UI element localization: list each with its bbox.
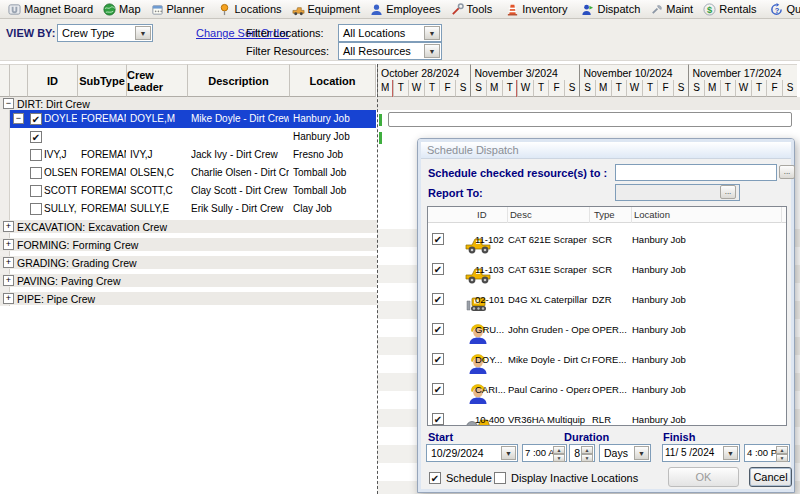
- start-date-select[interactable]: 10/29/2024 ▼: [426, 444, 518, 462]
- expand-icon[interactable]: +: [3, 257, 14, 268]
- week-header[interactable]: November 17/2024: [688, 64, 797, 80]
- day-header[interactable]: S: [688, 80, 704, 97]
- day-header[interactable]: M: [595, 80, 611, 97]
- display-inactive-locations-checkbox[interactable]: [494, 472, 506, 484]
- chevron-down-icon[interactable]: ▼: [424, 44, 440, 58]
- toolbar-item-tools[interactable]: Tools: [446, 1, 498, 18]
- collapse-icon[interactable]: −: [13, 113, 24, 124]
- row-checkbox[interactable]: [30, 185, 42, 197]
- day-header[interactable]: S: [579, 80, 595, 97]
- resource-row[interactable]: ✔GRU...John Gruden - Opera...OPER...Hanb…: [428, 315, 786, 345]
- schedule-to-browse-button[interactable]: ...: [779, 165, 795, 179]
- list-column-header[interactable]: Type: [592, 207, 632, 223]
- grid-column-header[interactable]: Location: [290, 64, 376, 97]
- crew-row[interactable]: OLSEN,CFOREMANOLSEN,CCharlie Olsen - Dir…: [10, 164, 376, 182]
- day-header[interactable]: S: [673, 80, 689, 97]
- cancel-button[interactable]: Cancel: [749, 467, 792, 487]
- week-header[interactable]: November 3/2024: [470, 64, 579, 80]
- chevron-down-icon[interactable]: ▼: [424, 26, 440, 40]
- resource-checkbox[interactable]: ✔: [432, 353, 444, 365]
- day-header[interactable]: M: [377, 80, 393, 97]
- day-header[interactable]: T: [533, 80, 549, 97]
- resource-checkbox[interactable]: ✔: [432, 263, 444, 275]
- row-checkbox[interactable]: [30, 203, 42, 215]
- resource-checkbox[interactable]: ✔: [432, 383, 444, 395]
- grid-column-header[interactable]: Crew Leader: [127, 64, 188, 97]
- crew-row[interactable]: −✔DOYLE,MFOREMANDOYLE,MMike Doyle - Dirt…: [10, 110, 376, 128]
- time-spinner[interactable]: ▲▼: [553, 446, 565, 460]
- resource-row[interactable]: ✔CARI...Paul Carino - Operat...OPER...Ha…: [428, 375, 786, 405]
- day-header[interactable]: T: [424, 80, 440, 97]
- resource-checkbox[interactable]: ✔: [432, 233, 444, 245]
- toolbar-item-quick-help[interactable]: ?Quick Help: [765, 1, 800, 18]
- chevron-down-icon[interactable]: ▼: [634, 446, 649, 460]
- group-row[interactable]: +PAVING: Paving Crew: [0, 274, 377, 287]
- schedule-checkbox[interactable]: ✔: [429, 472, 441, 484]
- schedule-to-input[interactable]: [615, 164, 777, 181]
- group-row[interactable]: +EXCAVATION: Excavation Crew: [0, 220, 377, 233]
- day-header[interactable]: W: [517, 80, 533, 97]
- crew-row[interactable]: SCOTT,CFOREMANSCOTT,CClay Scott - Dirt C…: [10, 182, 376, 200]
- day-header[interactable]: F: [657, 80, 673, 97]
- chevron-down-icon[interactable]: ▼: [501, 446, 516, 460]
- resource-checkbox[interactable]: ✔: [432, 413, 444, 425]
- list-column-header[interactable]: Location: [632, 207, 782, 223]
- group-row[interactable]: −DIRT: Dirt Crew: [0, 97, 800, 110]
- group-row[interactable]: +GRADING: Grading Crew: [0, 256, 377, 269]
- grid-column-header[interactable]: ID: [28, 64, 78, 97]
- view-by-select[interactable]: Crew Type ▼: [57, 24, 153, 42]
- resource-checkbox[interactable]: ✔: [432, 323, 444, 335]
- row-checkbox[interactable]: ✔: [30, 131, 42, 143]
- resource-row[interactable]: ✔11-102CAT 621E Scraper (2...SCRHanbury …: [428, 225, 786, 255]
- day-header[interactable]: W: [626, 80, 642, 97]
- grid-column-header[interactable]: Description: [188, 64, 290, 97]
- expand-icon[interactable]: +: [3, 221, 14, 232]
- filter-resources-select[interactable]: All Resources ▼: [338, 42, 442, 60]
- week-header[interactable]: November 10/2024: [579, 64, 688, 80]
- finish-date-select[interactable]: 11/ 5 /2024 ▼: [662, 444, 740, 462]
- day-header[interactable]: W: [408, 80, 424, 97]
- toolbar-item-planner[interactable]: Planner: [146, 1, 210, 18]
- filter-locations-select[interactable]: All Locations ▼: [338, 24, 442, 42]
- grid-column-header[interactable]: SubType: [78, 64, 127, 97]
- list-column-header[interactable]: ID: [475, 207, 508, 223]
- expand-icon[interactable]: +: [3, 293, 14, 304]
- day-header[interactable]: T: [751, 80, 767, 97]
- list-column-header[interactable]: Desc: [508, 207, 590, 223]
- grid-column-header[interactable]: [0, 64, 10, 97]
- toolbar-item-map[interactable]: Map: [98, 1, 145, 18]
- day-header[interactable]: S: [564, 80, 580, 97]
- chevron-down-icon[interactable]: ▼: [135, 26, 151, 40]
- toolbar-item-maint[interactable]: Maint: [645, 1, 698, 18]
- group-row[interactable]: +FORMING: Forming Crew: [0, 238, 377, 251]
- toolbar-item-rentals[interactable]: $Rentals: [698, 1, 761, 18]
- day-header[interactable]: S: [455, 80, 471, 97]
- resource-row[interactable]: ✔10-400VR36HA MultiquipRLRHanbury Job: [428, 405, 786, 426]
- day-header[interactable]: F: [439, 80, 455, 97]
- collapse-icon[interactable]: −: [3, 98, 14, 109]
- grid-column-header[interactable]: [10, 64, 28, 97]
- crew-row[interactable]: IVY,JFOREMANIVY,JJack Ivy - Dirt CrewFre…: [10, 146, 376, 164]
- duration-unit-select[interactable]: Days ▼: [599, 444, 651, 462]
- duration-stepper[interactable]: 8 ▲▼: [569, 444, 595, 462]
- day-header[interactable]: M: [704, 80, 720, 97]
- toolbar-item-magnet-board[interactable]: Magnet Board: [3, 1, 98, 18]
- time-spinner[interactable]: ▲▼: [776, 446, 788, 460]
- day-header[interactable]: T: [502, 80, 518, 97]
- expand-icon[interactable]: +: [3, 275, 14, 286]
- finish-time-input[interactable]: 4 :00 PM ▲▼: [744, 444, 790, 462]
- crew-row[interactable]: ✔Hanbury Job: [10, 128, 376, 146]
- day-header[interactable]: T: [642, 80, 658, 97]
- day-header[interactable]: T: [611, 80, 627, 97]
- day-header[interactable]: F: [548, 80, 564, 97]
- toolbar-item-inventory[interactable]: Inventory: [501, 1, 572, 18]
- toolbar-item-dispatch[interactable]: Dispatch: [576, 1, 645, 18]
- day-header[interactable]: T: [393, 80, 409, 97]
- day-header[interactable]: S: [782, 80, 798, 97]
- expand-icon[interactable]: +: [3, 239, 14, 250]
- chevron-down-icon[interactable]: ▼: [723, 446, 738, 460]
- group-row[interactable]: +PIPE: Pipe Crew: [0, 292, 377, 305]
- row-checkbox[interactable]: ✔: [30, 113, 42, 125]
- stepper-arrows[interactable]: ▲▼: [581, 446, 593, 460]
- ok-button[interactable]: OK: [668, 467, 739, 487]
